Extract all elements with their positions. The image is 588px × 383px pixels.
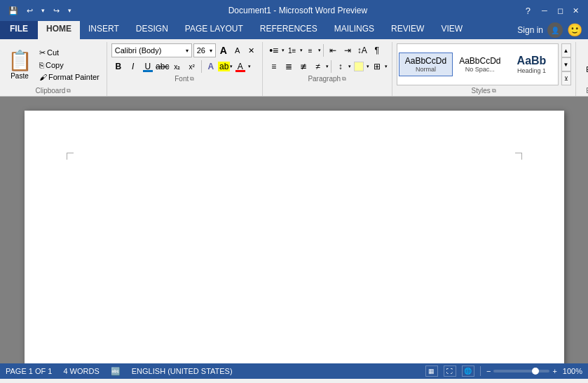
style-normal[interactable]: AaBbCcDd Normal — [399, 53, 453, 76]
zoom-in-button[interactable]: + — [552, 367, 556, 375]
feedback-icon[interactable]: 🙂 — [567, 22, 582, 38]
align-dropdown[interactable]: ▾ — [326, 64, 329, 69]
style-normal-label: Normal — [405, 66, 446, 73]
tab-file[interactable]: FILE — [0, 21, 38, 39]
tab-home[interactable]: HOME — [38, 21, 80, 39]
clear-format-button[interactable]: ✕ — [245, 44, 258, 57]
bold-button[interactable]: B — [111, 60, 125, 74]
page-label: PAGE 1 OF 1 — [6, 367, 52, 375]
underline-button[interactable]: U — [141, 60, 155, 74]
styles-scroll-down[interactable]: ▼ — [561, 57, 571, 71]
paragraph-row1: •≡ ▾ 1≡ ▾ ≡ ▾ ⇤ ⇥ ↕A ¶ — [267, 43, 384, 57]
zoom-out-button[interactable]: − — [486, 367, 491, 375]
text-effects-button[interactable]: A — [204, 60, 218, 74]
clipboard-group: 📋 Paste ✂ Cut ⎘ Copy 🖌 Format Painter C — [0, 42, 107, 96]
styles-gallery: AaBbCcDd Normal AaBbCcDd No Spac... AaBb… — [397, 43, 559, 85]
numbering-dropdown[interactable]: ▾ — [300, 48, 303, 53]
styles-scroll-up[interactable]: ▲ — [561, 43, 571, 57]
editing-button[interactable]: 🔍 Editing ▾ — [580, 46, 589, 82]
format-painter-button[interactable]: 🖌 Format Painter — [36, 71, 102, 83]
styles-expand-icon[interactable]: ⧉ — [492, 88, 496, 95]
style-nospace-preview: AaBbCcDd — [459, 56, 500, 66]
font-expand-icon[interactable]: ⧉ — [190, 76, 194, 83]
strikethrough-button[interactable]: abc — [156, 60, 170, 74]
signin-button[interactable]: Sign in — [517, 25, 543, 35]
proofing-icon[interactable]: 🔤 — [111, 367, 121, 376]
highlight-preview: ab — [218, 62, 230, 71]
font-shrink-button[interactable]: A — [231, 44, 244, 57]
font-name-selector[interactable]: Calibri (Body) ▾ — [111, 43, 192, 57]
justify-button[interactable]: ≠ — [311, 60, 325, 74]
tab-references[interactable]: REFERENCES — [252, 21, 326, 39]
font-color-button[interactable]: A — [233, 60, 247, 74]
increase-indent-button[interactable]: ⇥ — [341, 43, 355, 57]
borders-dropdown[interactable]: ▾ — [385, 64, 388, 69]
shading-dropdown[interactable]: ▾ — [367, 64, 369, 69]
line-spacing-button[interactable]: ↕ — [334, 60, 348, 74]
tab-view[interactable]: VIEW — [432, 21, 471, 39]
format-painter-label: Format Painter — [48, 73, 100, 81]
document-page[interactable] — [25, 111, 564, 363]
save-icon[interactable]: 💾 — [6, 5, 21, 17]
view-web[interactable]: 🌐 — [462, 365, 474, 377]
status-bar: PAGE 1 OF 1 4 WORDS 🔤 ENGLISH (UNITED ST… — [0, 363, 588, 379]
align-center-button[interactable]: ≣ — [282, 60, 296, 74]
tab-review[interactable]: REVIEW — [383, 21, 432, 39]
bullets-button[interactable]: •≡ — [267, 43, 281, 57]
undo-icon[interactable]: ↩ — [24, 5, 36, 17]
cut-button[interactable]: ✂ Cut — [36, 47, 102, 59]
copy-icon: ⎘ — [39, 61, 44, 69]
tab-design[interactable]: DESIGN — [128, 21, 177, 39]
align-right-button[interactable]: ≢ — [296, 60, 310, 74]
borders-button[interactable]: ⊞ — [370, 60, 384, 74]
style-heading1[interactable]: AaBb Heading 1 — [507, 51, 556, 78]
show-marks-button[interactable]: ¶ — [370, 43, 384, 57]
numbering-button[interactable]: 1≡ — [285, 43, 299, 57]
redo-icon[interactable]: ↪ — [50, 5, 62, 17]
sort-button[interactable]: ↕A — [355, 43, 369, 57]
title-bar: 💾 ↩ ▾ ↪ ▾ Document1 - Microsoft Word Pre… — [0, 0, 588, 21]
subscript-button[interactable]: x₂ — [170, 60, 184, 74]
tab-mailings[interactable]: MAILINGS — [326, 21, 383, 39]
italic-button[interactable]: I — [126, 60, 140, 74]
corner-marker-tr — [515, 153, 522, 160]
font-name-row: Calibri (Body) ▾ 26 ▾ A A ✕ — [111, 43, 258, 57]
superscript-button[interactable]: x² — [185, 60, 199, 74]
font-grow-button[interactable]: A — [217, 44, 230, 57]
decrease-indent-button[interactable]: ⇤ — [326, 43, 340, 57]
multilevel-dropdown[interactable]: ▾ — [318, 48, 321, 53]
align-left-button[interactable]: ≡ — [267, 60, 281, 74]
view-full-screen[interactable]: ⛶ — [444, 365, 456, 377]
tab-insert[interactable]: INSERT — [80, 21, 128, 39]
status-separator — [480, 366, 481, 376]
editing-buttons: 🔍 Editing ▾ — [580, 46, 589, 82]
clipboard-small-buttons: ✂ Cut ⎘ Copy 🖌 Format Painter — [36, 47, 102, 83]
font-group-label: Font ⧉ — [111, 75, 258, 83]
highlight-dropdown: ▾ — [230, 64, 233, 69]
clipboard-expand-icon[interactable]: ⧉ — [67, 88, 71, 95]
styles-more[interactable]: ⊻ — [561, 71, 571, 85]
minimize-button[interactable]: ─ — [538, 4, 552, 18]
tab-pagelayout[interactable]: PAGE LAYOUT — [177, 21, 252, 39]
font-size-selector[interactable]: 26 ▾ — [193, 43, 216, 57]
copy-button[interactable]: ⎘ Copy — [36, 60, 102, 71]
text-highlight-button[interactable]: ab ▾ — [219, 60, 233, 74]
paragraph-expand-icon[interactable]: ⧉ — [342, 76, 346, 83]
user-avatar[interactable]: 👤 — [547, 22, 563, 38]
help-button[interactable]: ? — [521, 4, 535, 18]
clipboard-content: 📋 Paste ✂ Cut ⎘ Copy 🖌 Format Painter — [4, 43, 102, 85]
restore-button[interactable]: ◻ — [553, 4, 567, 18]
view-print-layout[interactable]: ▦ — [425, 365, 438, 377]
customize-icon[interactable]: ▾ — [65, 6, 74, 15]
line-spacing-dropdown[interactable]: ▾ — [348, 64, 351, 69]
close-button[interactable]: ✕ — [568, 4, 582, 18]
font-size-dropdown-icon: ▾ — [210, 48, 212, 54]
paste-button[interactable]: 📋 Paste — [4, 46, 35, 83]
zoom-slider[interactable] — [493, 370, 549, 372]
shading-button[interactable] — [352, 60, 366, 74]
bullets-dropdown[interactable]: ▾ — [282, 48, 285, 53]
multilevel-button[interactable]: ≡ — [303, 43, 317, 57]
style-nospace[interactable]: AaBbCcDd No Spac... — [453, 53, 507, 76]
font-group: Calibri (Body) ▾ 26 ▾ A A ✕ B I U abc x₂… — [107, 42, 263, 96]
font-color-dropdown[interactable]: ▾ — [248, 64, 251, 69]
